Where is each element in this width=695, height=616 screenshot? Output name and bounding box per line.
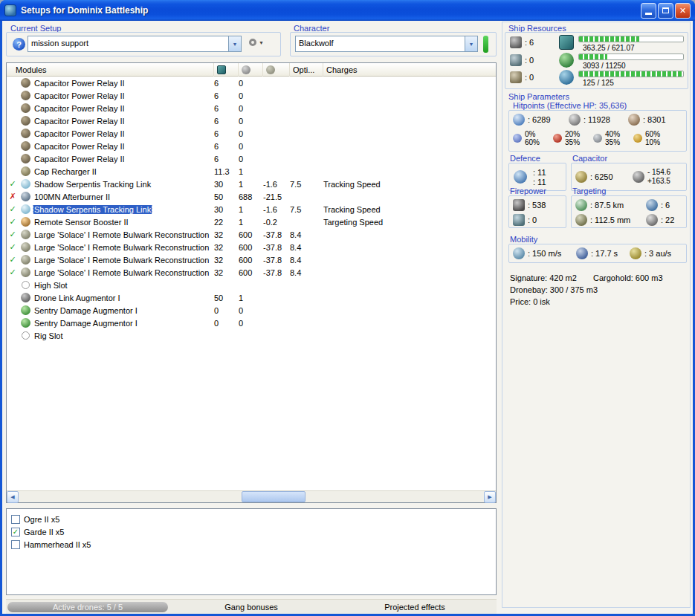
module-name[interactable]: Rig Slot [33, 331, 64, 340]
setup-select[interactable]: mission support ▼ [28, 36, 242, 52]
gang-bonuses-header[interactable]: Gang bonuses [169, 603, 333, 612]
drone-row[interactable]: Garde II x5 [11, 525, 491, 538]
module-row[interactable]: Remote Sensor Booster II 22 1 -0.2 Targe… [7, 215, 496, 228]
module-name[interactable]: 100MN Afterburner II [33, 192, 111, 201]
resist-group: 60% 10% [633, 130, 660, 146]
module-type-icon [19, 318, 32, 328]
module-name[interactable]: Shadow Serpentis Tracking Link [33, 180, 152, 189]
module-name[interactable]: Capacitor Power Relay II [33, 142, 126, 151]
sensor-strength-value: : 22 [661, 215, 674, 224]
module-row[interactable]: Capacitor Power Relay II 6 0 [7, 114, 496, 127]
module-name[interactable]: Shadow Serpentis Tracking Link [33, 205, 152, 214]
drone-checkbox[interactable] [11, 540, 20, 549]
arrow-right-icon: ▶ [488, 494, 491, 500]
module-powergrid-value: 0 [239, 129, 263, 138]
module-name[interactable]: Large 'Solace' I Remote Bulwark Reconstr… [33, 230, 210, 239]
header-optimal[interactable]: Opti... [290, 63, 323, 77]
scrollbar-thumb[interactable] [242, 491, 306, 502]
module-icon [21, 293, 30, 302]
module-row[interactable]: Large 'Solace' I Remote Bulwark Reconstr… [7, 241, 496, 253]
module-name[interactable]: Capacitor Power Relay II [33, 91, 126, 100]
module-name[interactable]: Remote Sensor Booster II [33, 218, 129, 227]
module-name[interactable]: Capacitor Power Relay II [33, 79, 126, 88]
module-icon [22, 281, 30, 289]
module-row[interactable]: Capacitor Power Relay II 6 0 [7, 77, 496, 89]
module-capacitor-value: -0.2 [263, 218, 290, 227]
module-name[interactable]: Capacitor Power Relay II [33, 155, 126, 163]
module-row[interactable]: Sentry Damage Augmentor I 0 0 [7, 304, 496, 317]
resist-values: 60% 10% [645, 130, 660, 146]
character-select-arrow[interactable]: ▼ [465, 36, 477, 51]
module-row[interactable]: Capacitor Power Relay II 6 0 [7, 102, 496, 114]
module-name[interactable]: Large 'Solace' I Remote Bulwark Reconstr… [33, 256, 210, 265]
module-row[interactable]: High Slot [7, 279, 496, 291]
capacitor-label: Capacitor [572, 154, 607, 163]
module-row[interactable]: Large 'Solace' I Remote Bulwark Reconstr… [7, 228, 496, 241]
warp-speed-icon [630, 247, 641, 259]
titlebar[interactable]: Setups for Dominix Battleship ✕ [0, 0, 695, 21]
module-name-cell: Capacitor Power Relay II [32, 129, 214, 138]
targeting-range-icon [575, 199, 587, 211]
scroll-left-button[interactable]: ◀ [7, 491, 19, 503]
window-title: Setups for Dominix Battleship [21, 5, 641, 16]
setup-select-arrow[interactable]: ▼ [228, 36, 241, 51]
module-row[interactable]: Capacitor Power Relay II 6 0 [7, 152, 496, 165]
header-cpu[interactable] [214, 63, 239, 77]
module-row[interactable]: 100MN Afterburner II 50 688 -21.5 [7, 190, 496, 203]
close-button[interactable]: ✕ [675, 3, 691, 19]
drone-checkbox[interactable] [11, 528, 20, 536]
module-name[interactable]: Capacitor Power Relay II [33, 104, 126, 113]
module-name[interactable]: Capacitor Power Relay II [33, 117, 126, 126]
module-row[interactable]: Drone Link Augmentor I 50 1 [7, 291, 496, 304]
module-row[interactable]: Rig Slot [7, 329, 496, 342]
scrollbar-track[interactable] [19, 491, 484, 502]
module-name[interactable]: Sentry Damage Augmentor I [33, 319, 138, 328]
module-name-cell: Sentry Damage Augmentor I [32, 306, 214, 315]
module-powergrid-value: 1 [239, 205, 263, 214]
module-name[interactable]: Drone Link Augmentor I [33, 294, 121, 302]
sensor-strength: : 22 [646, 214, 674, 226]
module-icon [21, 217, 30, 227]
active-drones-header[interactable]: Active drones: 5 / 5 [7, 602, 168, 612]
module-name[interactable]: Capacitor Power Relay II [33, 129, 126, 138]
module-row[interactable]: Sentry Damage Augmentor I 0 0 [7, 317, 496, 329]
module-cpu-value: 32 [214, 256, 239, 265]
module-row[interactable]: Large 'Solace' I Remote Bulwark Reconstr… [7, 266, 496, 279]
drone-row[interactable]: Ogre II x5 [11, 513, 491, 525]
hitpoints-group: : 6289 : 11928 : 8301 0% 60% [508, 110, 687, 152]
help-icon[interactable]: ? [13, 38, 25, 51]
module-row[interactable]: Capacitor Power Relay II 6 0 [7, 140, 496, 152]
module-row[interactable]: Cap Recharger II 11.3 1 [7, 165, 496, 178]
module-icon [21, 268, 30, 277]
module-row[interactable]: Capacitor Power Relay II 6 0 [7, 127, 496, 140]
drone-checkbox[interactable] [11, 515, 20, 524]
module-capacitor-value: -21.5 [263, 192, 290, 201]
setup-tools-button[interactable]: ▼ [249, 39, 264, 46]
module-row[interactable]: Large 'Solace' I Remote Bulwark Reconstr… [7, 253, 496, 266]
header-modules[interactable]: Modules [7, 63, 214, 77]
projected-effects-header[interactable]: Projected effects [333, 603, 497, 612]
module-name-cell: Capacitor Power Relay II [32, 79, 214, 88]
scroll-right-button[interactable]: ▶ [484, 491, 496, 503]
modules-table: Modules Opti... Charges Capacitor Power … [6, 62, 497, 503]
module-row[interactable]: Shadow Serpentis Tracking Link 30 1 -1.6… [7, 203, 496, 215]
minimize-button[interactable] [641, 3, 656, 19]
drone-row[interactable]: Hammerhead II x5 [11, 538, 491, 551]
module-name[interactable]: Large 'Solace' I Remote Bulwark Reconstr… [33, 268, 210, 277]
restore-button[interactable] [658, 3, 673, 19]
module-name-cell: Capacitor Power Relay II [32, 104, 214, 113]
header-charges[interactable]: Charges [323, 63, 496, 77]
module-name[interactable]: Sentry Damage Augmentor I [33, 306, 138, 315]
module-row[interactable]: Shadow Serpentis Tracking Link 30 1 -1.6… [7, 178, 496, 190]
module-name[interactable]: Cap Recharger II [33, 167, 97, 176]
module-name[interactable]: Large 'Solace' I Remote Bulwark Reconstr… [33, 243, 210, 252]
header-powergrid[interactable] [239, 63, 263, 77]
header-capacitor[interactable] [263, 63, 290, 77]
module-row[interactable]: Capacitor Power Relay II 6 0 [7, 89, 496, 102]
shield-resist-value: 0% [525, 130, 540, 138]
character-select[interactable]: Blackwolf ▼ [295, 36, 478, 52]
window-content: Current Setup ? mission support ▼ ▼ Char… [2, 21, 693, 614]
horizontal-scrollbar[interactable]: ◀ ▶ [7, 490, 496, 502]
targeting-label: Targeting [572, 187, 606, 195]
module-name[interactable]: High Slot [33, 281, 68, 290]
